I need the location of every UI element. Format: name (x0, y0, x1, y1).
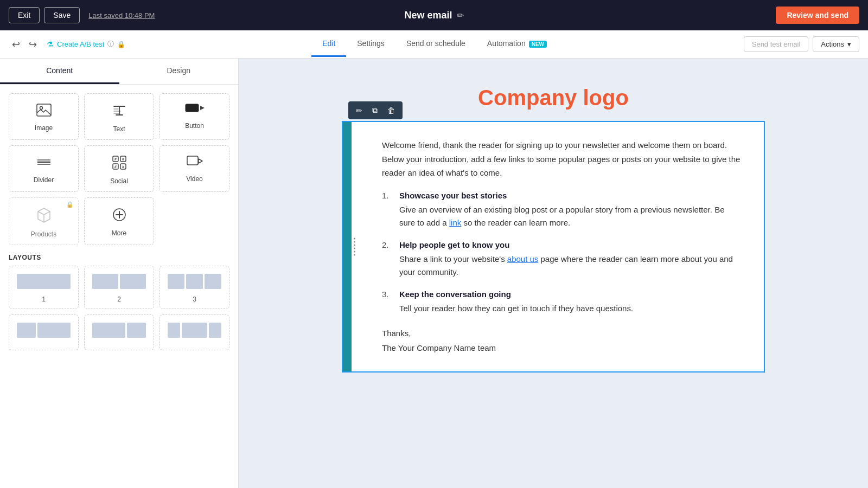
save-button[interactable]: Save (44, 7, 80, 23)
toolbar-edit-button[interactable]: ✏ (352, 104, 367, 117)
main-layout: Content Design Image Text (0, 59, 868, 488)
secondary-nav-tabs: Edit Settings Send or schedule Automatio… (311, 31, 558, 57)
secondary-nav-left: ↩ ↪ ⚗ Create A/B test ⓘ 🔒 (9, 36, 125, 53)
svg-rect-0 (37, 104, 51, 116)
content-item-button-label: Button (185, 122, 204, 130)
layout-preview-2 (90, 272, 148, 291)
layout-preview-1 (15, 272, 73, 291)
svg-text:#: # (114, 165, 117, 169)
content-item-button[interactable]: Button (159, 93, 229, 140)
item-title: Showcase your best stories (399, 191, 742, 200)
block-left-accent (343, 122, 352, 371)
ab-test-link[interactable]: ⚗ Create A/B test ⓘ 🔒 (47, 40, 125, 49)
toolbar-delete-button[interactable]: 🗑 (383, 104, 399, 117)
layout-item-3[interactable]: 3 (159, 266, 229, 309)
top-bar: Exit Save Last saved 10:48 PM New email … (0, 0, 868, 30)
actions-button[interactable]: Actions ▾ (813, 36, 859, 52)
more-icon (112, 208, 126, 225)
ab-info-icon[interactable]: ⓘ (107, 40, 114, 49)
content-item-video[interactable]: Video (159, 145, 229, 192)
layout-col (92, 274, 118, 289)
content-item-image-label: Image (35, 124, 53, 132)
content-items-grid: Image Text Button (9, 93, 229, 245)
layouts-grid: 1 2 3 (9, 266, 229, 350)
svg-text:#: # (122, 157, 124, 161)
email-content-block[interactable]: ✏ ⧉ 🗑 Welcome friend, thank the reader f… (342, 121, 765, 373)
email-footer: Thanks, The Your Company Name team (382, 326, 742, 355)
sidebar-tab-design[interactable]: Design (119, 59, 239, 84)
svg-point-1 (40, 107, 42, 110)
new-badge: NEW (529, 41, 547, 48)
svg-rect-2 (186, 104, 199, 112)
footer-company: The Your Company Name team (382, 341, 742, 355)
sidebar-tab-content[interactable]: Content (0, 59, 119, 84)
sidebar: Content Design Image Text (0, 59, 239, 488)
layout-item-5[interactable] (84, 314, 154, 350)
ab-test-icon: ⚗ (47, 40, 54, 49)
image-icon (36, 104, 52, 120)
layout-preview-3 (165, 272, 224, 291)
list-item: 3. Keep the conversation going Tell your… (382, 290, 742, 315)
drag-dot (354, 241, 355, 242)
content-item-more[interactable]: More (84, 197, 154, 245)
tab-settings[interactable]: Settings (346, 31, 395, 57)
svg-rect-15 (187, 156, 198, 165)
layout-item-6[interactable] (159, 314, 229, 350)
item-number: 3. (382, 290, 393, 315)
canvas-area: Company logo ✏ ⧉ 🗑 (239, 59, 868, 488)
tab-send-schedule[interactable]: Send or schedule (395, 31, 476, 57)
email-items-list: 1. Showcase your best stories Give an ov… (382, 191, 742, 315)
item-title: Keep the conversation going (399, 290, 742, 299)
send-test-email-button[interactable]: Send test email (744, 36, 809, 52)
social-icon: #### (112, 156, 126, 173)
layout-2-label: 2 (117, 296, 121, 303)
button-icon (185, 104, 205, 118)
drag-handle[interactable] (352, 233, 358, 260)
tab-edit[interactable]: Edit (311, 31, 346, 57)
item-content: Keep the conversation going Tell your re… (399, 290, 742, 315)
undo-button[interactable]: ↩ (9, 36, 23, 53)
drag-dot (354, 247, 355, 249)
content-item-divider[interactable]: Divider (9, 145, 79, 192)
logo-area: Company logo (342, 69, 765, 121)
sidebar-content: Image Text Button (0, 85, 238, 359)
item-desc: Share a link to your website's about us … (399, 253, 742, 279)
secondary-nav: ↩ ↪ ⚗ Create A/B test ⓘ 🔒 Edit Settings … (0, 30, 868, 59)
ab-test-label: Create A/B test (57, 40, 104, 48)
ab-lock-icon: 🔒 (117, 41, 125, 48)
review-and-send-button[interactable]: Review and send (776, 7, 859, 24)
layout-item-1[interactable]: 1 (9, 266, 79, 309)
item-link[interactable]: about us (507, 254, 539, 264)
redo-button[interactable]: ↪ (25, 36, 40, 53)
layout-col (186, 274, 203, 289)
edit-title-icon[interactable]: ✏ (457, 10, 464, 21)
top-bar-left: Exit Save Last saved 10:48 PM (9, 7, 155, 23)
layout-item-2[interactable]: 2 (84, 266, 154, 309)
svg-text:#: # (114, 157, 117, 161)
last-saved-text: Last saved 10:48 PM (88, 11, 155, 20)
content-item-products[interactable]: 🔒 Products (9, 197, 79, 245)
item-content: Showcase your best stories Give an overv… (399, 191, 742, 229)
actions-chevron-icon: ▾ (847, 40, 851, 48)
video-icon (187, 156, 203, 171)
top-bar-right: Review and send (776, 7, 859, 24)
content-item-social[interactable]: #### Social (84, 145, 154, 192)
content-item-social-label: Social (110, 177, 128, 185)
drag-dot (354, 251, 355, 252)
item-content: Help people get to know you Share a link… (399, 240, 742, 279)
drag-dot (354, 254, 355, 255)
layout-item-4[interactable] (9, 314, 79, 350)
item-number: 1. (382, 191, 393, 229)
layout-col (168, 274, 184, 289)
content-item-image[interactable]: Image (9, 93, 79, 140)
content-item-text[interactable]: Text (84, 93, 154, 140)
exit-button[interactable]: Exit (9, 7, 40, 23)
list-item: 2. Help people get to know you Share a l… (382, 240, 742, 279)
company-logo: Company logo (353, 86, 754, 110)
email-body: Welcome friend, thank the reader for sig… (382, 138, 742, 355)
toolbar-duplicate-button[interactable]: ⧉ (368, 104, 382, 117)
item-link[interactable]: link (449, 218, 462, 227)
email-canvas: Company logo ✏ ⧉ 🗑 (342, 69, 765, 373)
top-bar-center: New email ✏ (404, 10, 463, 21)
tab-automation[interactable]: AutomationNEW (476, 31, 558, 57)
